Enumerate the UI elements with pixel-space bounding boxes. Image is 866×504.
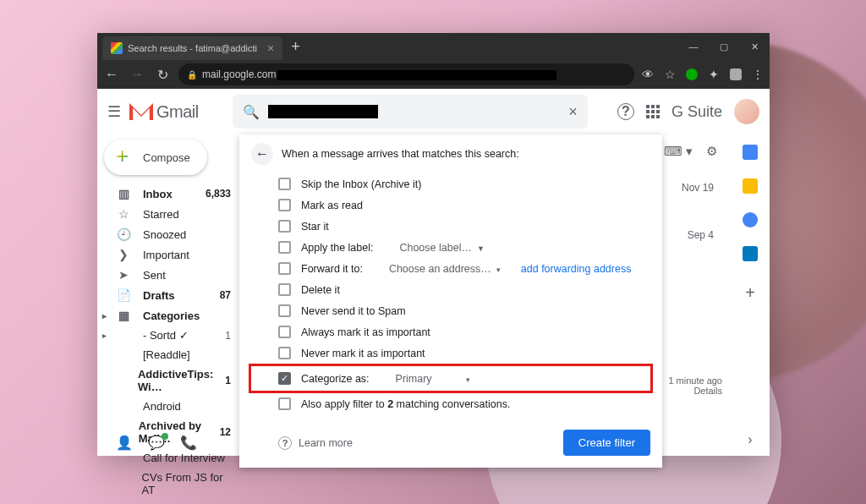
add-addon-icon[interactable]: + xyxy=(745,283,755,303)
search-query-redacted xyxy=(268,105,378,118)
sidebar-item-sent[interactable]: ➤Sent xyxy=(97,265,239,285)
filter-option-never-important[interactable]: Never mark it as important xyxy=(251,342,650,364)
side-panel: + › xyxy=(731,134,770,456)
clock-icon: 🕘 xyxy=(116,227,131,241)
sidebar-item-addictivetips-wi[interactable]: AddictiveTips: Wi…1 xyxy=(97,364,239,397)
inbox-icon: ▥ xyxy=(116,187,131,200)
new-tab-button[interactable]: + xyxy=(291,38,300,56)
google-apps-icon[interactable] xyxy=(646,105,660,118)
choose-address-dropdown[interactable]: Choose an address…▾ xyxy=(389,263,501,275)
eye-extension-icon[interactable]: 👁 xyxy=(641,68,655,81)
checkbox-icon[interactable] xyxy=(278,326,291,338)
maximize-button[interactable]: ▢ xyxy=(709,33,739,60)
details-link[interactable]: Details xyxy=(668,386,722,396)
checkbox-icon[interactable] xyxy=(278,283,291,296)
learn-more-link[interactable]: ?Learn more xyxy=(278,436,353,450)
tab-close-icon[interactable]: × xyxy=(267,41,274,55)
minimize-button[interactable]: — xyxy=(678,33,709,60)
sidebar-item-starred[interactable]: ☆Starred xyxy=(97,204,239,224)
collapse-side-panel-icon[interactable]: › xyxy=(748,432,752,447)
choose-label-dropdown[interactable]: Choose label…▼ xyxy=(399,242,484,254)
checkbox-icon[interactable] xyxy=(278,199,291,211)
sidebar-item-inbox[interactable]: ▥Inbox6,833 xyxy=(97,184,239,204)
filter-option-skip-inbox[interactable]: Skip the Inbox (Archive it) xyxy=(251,173,650,194)
extension-icons: 👁 ☆ ✦ ⋮ xyxy=(641,68,765,81)
sidebar-item-label: Drafts xyxy=(143,289,175,302)
filter-option-star[interactable]: Star it xyxy=(251,216,650,237)
keep-icon[interactable] xyxy=(743,178,758,194)
calendar-icon[interactable] xyxy=(743,145,758,160)
trello-icon[interactable] xyxy=(743,246,758,261)
checkbox-icon[interactable] xyxy=(278,397,291,410)
help-icon[interactable]: ? xyxy=(617,103,634,120)
sidebar-item-label: Call for Interview xyxy=(143,452,225,464)
clear-search-icon[interactable]: × xyxy=(568,103,578,121)
sidebar-item-categories[interactable]: ▸▦Categories xyxy=(97,305,239,326)
checkbox-icon[interactable] xyxy=(278,347,291,359)
sidebar-item-android[interactable]: Android xyxy=(97,397,239,416)
browser-window: Search results - fatima@addicti × + — ▢ … xyxy=(97,33,770,456)
extension-blob-icon[interactable] xyxy=(729,68,743,81)
search-input[interactable]: 🔍 × xyxy=(233,95,588,129)
date-row: Sep 4 xyxy=(682,224,714,271)
filter-option-forward[interactable]: Forward it to: Choose an address…▾add fo… xyxy=(251,258,650,279)
tasks-icon[interactable] xyxy=(743,212,758,227)
filter-title: When a message arrives that matches this… xyxy=(282,148,519,160)
dropdown-arrow-icon: ▾ xyxy=(496,266,501,274)
dropdown-arrow-icon: ▼ xyxy=(477,244,485,253)
compose-label: Compose xyxy=(143,151,190,164)
sidebar-item-drafts[interactable]: 📄Drafts87 xyxy=(97,285,239,305)
categorize-dropdown[interactable]: Primary▾ xyxy=(396,373,470,385)
extension-green-icon[interactable] xyxy=(685,68,699,81)
sidebar-item-label: Categories xyxy=(143,310,200,322)
toolbar-input-tools-icon[interactable]: ⌨ ▾ xyxy=(664,144,693,159)
add-forwarding-link[interactable]: add forwarding address xyxy=(521,263,632,275)
checkbox-icon[interactable] xyxy=(278,220,291,233)
sidebar-item-call-for-interview[interactable]: Call for Interview xyxy=(97,448,239,468)
browser-tab[interactable]: Search results - fatima@addicti × xyxy=(102,36,282,60)
checkbox-icon[interactable] xyxy=(278,241,291,254)
sidebar-item-cvs-from-js-for-at[interactable]: CVs From JS for AT xyxy=(97,468,239,500)
back-button[interactable]: ← xyxy=(102,67,121,82)
gmail-logo[interactable]: Gmail xyxy=(129,102,199,122)
sidebar-item-readdle[interactable]: [Readdle] xyxy=(97,345,239,364)
browser-menu-icon[interactable]: ⋮ xyxy=(751,68,765,81)
extension-puzzle-icon[interactable]: ✦ xyxy=(707,68,721,81)
hangouts-chat-icon[interactable]: 💬 xyxy=(148,435,165,451)
sidebar-item-count: 1 xyxy=(225,330,231,342)
sidebar-item-label: - Sortd ✓ xyxy=(143,329,189,342)
settings-gear-icon[interactable]: ⚙ xyxy=(706,144,717,159)
bookmark-star-icon[interactable]: ☆ xyxy=(663,68,677,81)
sidebar-item-count: 87 xyxy=(220,289,231,301)
hangouts-phone-icon[interactable]: 📞 xyxy=(180,435,197,451)
create-filter-button[interactable]: Create filter xyxy=(563,430,650,456)
main-menu-icon[interactable]: ☰ xyxy=(107,102,121,121)
url-input[interactable]: 🔒 mail.google.com xyxy=(178,63,634,85)
sidebar-item-snoozed[interactable]: 🕘Snoozed xyxy=(97,224,239,244)
close-window-button[interactable]: ✕ xyxy=(739,33,770,60)
sidebar-item-important[interactable]: ❯Important xyxy=(97,244,239,265)
filter-option-delete[interactable]: Delete it xyxy=(251,279,650,300)
activity-meta: 1 minute ago Details xyxy=(668,375,722,396)
filter-option-never-spam[interactable]: Never send it to Spam xyxy=(251,300,650,321)
checkbox-icon[interactable] xyxy=(278,262,291,275)
filter-option-categorize[interactable]: Categorize as: Primary▾ xyxy=(251,368,650,389)
forward-button[interactable]: → xyxy=(128,67,146,82)
help-icon: ? xyxy=(278,436,292,450)
compose-button[interactable]: Compose xyxy=(104,140,207,175)
lock-icon: 🔒 xyxy=(187,70,197,79)
sidebar-item-label: Inbox xyxy=(143,188,173,200)
hangouts-contacts-icon[interactable]: 👤 xyxy=(116,435,133,451)
filter-option-always-important[interactable]: Always mark it as important xyxy=(251,321,650,342)
checkbox-icon[interactable] xyxy=(278,304,291,317)
filter-back-button[interactable]: ← xyxy=(251,143,273,165)
filter-option-apply-label[interactable]: Apply the label: Choose label…▼ xyxy=(251,237,650,258)
checkbox-icon[interactable] xyxy=(278,178,291,190)
filter-option-mark-read[interactable]: Mark as read xyxy=(251,194,650,216)
sidebar-item-sortd[interactable]: ▸- Sortd ✓1 xyxy=(97,326,239,345)
gmail-brand-text: Gmail xyxy=(156,102,199,122)
account-avatar[interactable] xyxy=(734,99,759,124)
filter-option-also-apply[interactable]: Also apply filter to 2 matching conversa… xyxy=(251,393,650,414)
reload-button[interactable]: ↻ xyxy=(153,67,172,83)
checkbox-checked-icon[interactable] xyxy=(278,372,291,385)
